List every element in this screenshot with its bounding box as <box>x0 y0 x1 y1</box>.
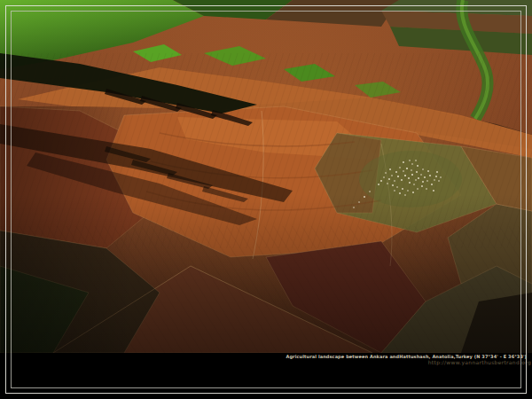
vignette <box>0 0 532 353</box>
photo-caption: Agricultural landscape between Ankara an… <box>286 354 527 366</box>
aerial-photo <box>0 0 532 353</box>
caption-url: http://www.yannarthusbertrand.org <box>286 359 531 366</box>
photo-card: Agricultural landscape between Ankara an… <box>0 0 532 399</box>
